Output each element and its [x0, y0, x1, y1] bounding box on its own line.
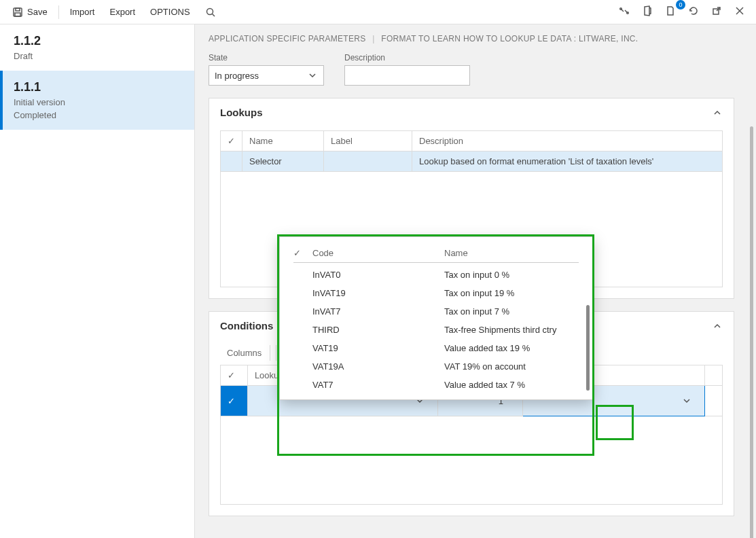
version-title: 1.1.1 — [14, 80, 181, 94]
popout-button[interactable] — [706, 3, 727, 21]
svg-line-4 — [212, 14, 215, 16]
connector-icon — [619, 5, 630, 16]
sidebar-item-111[interactable]: 1.1.1 Initial version Completed — [0, 71, 194, 130]
save-button[interactable]: Save — [5, 4, 54, 20]
state-value: In progress — [215, 71, 259, 81]
check-icon[interactable]: ✓ — [293, 248, 301, 258]
scrollbar-thumb[interactable] — [750, 126, 753, 538]
popup-row[interactable]: VAT7Value added tax 7 % — [293, 376, 579, 394]
row-select[interactable] — [221, 151, 242, 172]
close-icon — [734, 5, 745, 16]
export-button[interactable]: Export — [103, 4, 142, 20]
scrollbar[interactable] — [748, 24, 756, 538]
state-field: State In progress — [209, 53, 324, 86]
col-label[interactable]: Label — [324, 131, 412, 151]
lookups-title: Lookups — [220, 107, 263, 118]
row-select[interactable]: ✓ — [221, 386, 248, 416]
version-status: Completed — [14, 110, 181, 120]
refresh-icon — [688, 5, 699, 16]
lookup-row[interactable]: Selector Lookup based on format enumerat… — [221, 151, 723, 172]
collapse-icon[interactable] — [712, 107, 723, 118]
description-label: Description — [344, 53, 470, 62]
messages-button[interactable]: 0 — [660, 3, 681, 21]
popup-header: ✓ Code Name — [293, 245, 579, 263]
save-icon — [12, 7, 23, 18]
chevron-down-icon — [307, 70, 318, 81]
cell-spacer — [704, 386, 722, 416]
conditions-title: Conditions — [220, 320, 273, 331]
popup-row[interactable]: InVAT19Tax on input 19 % — [293, 284, 579, 302]
breadcrumb-separator: | — [372, 34, 374, 43]
state-label: State — [209, 53, 324, 62]
version-title: 1.1.2 — [14, 34, 181, 48]
sidebar-item-112[interactable]: 1.1.2 Draft — [0, 24, 194, 71]
breadcrumb-part2: FORMAT TO LEARN HOW TO LOOKUP LE DATA : … — [381, 34, 638, 43]
col-description[interactable]: Description — [412, 131, 723, 151]
toolbar-sep — [270, 345, 276, 361]
breadcrumb-part1: APPLICATION SPECIFIC PARAMETERS — [209, 34, 366, 43]
popup-scrollbar[interactable] — [586, 305, 590, 391]
code-lookup-popup: ✓ Code Name InVAT0Tax on input 0 % InVAT… — [279, 236, 593, 400]
col-name[interactable]: Name — [444, 248, 468, 258]
col-select[interactable]: ✓ — [221, 131, 242, 151]
col-name[interactable]: Name — [242, 131, 324, 151]
sidebar: 1.1.2 Draft 1.1.1 Initial version Comple… — [0, 24, 195, 538]
version-status: Draft — [14, 51, 181, 61]
lookups-grid: ✓ Name Label Description Selector Lookup… — [220, 130, 723, 172]
svg-rect-1 — [16, 8, 20, 11]
cell-description: Lookup based on format enumeration 'List… — [412, 151, 723, 172]
import-button[interactable]: Import — [63, 4, 102, 20]
popup-row[interactable]: VAT19AVAT 19% on account — [293, 357, 579, 376]
close-button[interactable] — [729, 3, 751, 21]
svg-point-3 — [206, 8, 213, 14]
popup-row[interactable]: THIRDTax-free Shipments third ctry — [293, 321, 579, 339]
document-icon — [665, 5, 676, 16]
popup-row[interactable]: VAT19Value added tax 19 % — [293, 339, 579, 357]
description-field: Description — [344, 53, 470, 86]
search-button[interactable] — [198, 4, 223, 20]
col-select[interactable]: ✓ — [221, 365, 248, 386]
state-select[interactable]: In progress — [209, 65, 324, 86]
search-icon — [205, 7, 216, 18]
office-button[interactable] — [636, 3, 658, 21]
popout-icon — [711, 5, 722, 16]
office-icon — [642, 5, 653, 16]
columns-button[interactable]: Columns — [221, 345, 267, 361]
refresh-button[interactable] — [683, 3, 704, 21]
col-code[interactable]: Code — [312, 248, 444, 258]
popup-row[interactable]: InVAT0Tax on input 0 % — [293, 266, 579, 284]
cell-name: Selector — [242, 151, 324, 172]
options-button[interactable]: OPTIONS — [143, 4, 197, 20]
chevron-down-icon[interactable] — [681, 395, 692, 406]
separator — [58, 5, 59, 19]
popup-row[interactable]: InVAT7Tax on input 7 % — [293, 302, 579, 321]
col-spacer — [704, 365, 722, 386]
description-input[interactable] — [344, 65, 470, 86]
breadcrumb: APPLICATION SPECIFIC PARAMETERS | FORMAT… — [209, 34, 734, 43]
collapse-icon[interactable] — [712, 321, 723, 331]
version-desc: Initial version — [14, 97, 181, 107]
cell-label — [324, 151, 412, 172]
grid-empty-area — [220, 416, 723, 505]
connector-button[interactable] — [613, 3, 635, 21]
svg-rect-2 — [15, 13, 20, 16]
save-label: Save — [27, 7, 48, 17]
toolbar: Save Import Export OPTIONS 0 — [0, 0, 756, 24]
